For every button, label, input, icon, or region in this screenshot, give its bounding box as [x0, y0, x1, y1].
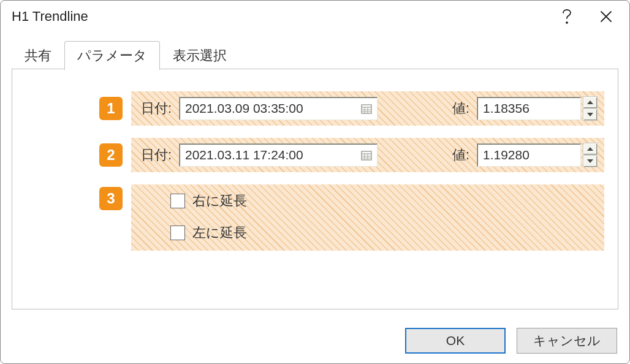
svg-point-0 — [566, 22, 568, 24]
calendar-icon[interactable] — [359, 148, 374, 162]
value-spinner — [583, 143, 597, 167]
date-field[interactable] — [179, 97, 378, 120]
tab-share[interactable]: 共有 — [12, 41, 64, 70]
svg-rect-1 — [362, 105, 371, 113]
extension-options: 右に延長 左に延長 — [131, 184, 604, 251]
extend-right-checkbox[interactable]: 右に延長 — [170, 192, 597, 210]
row-number-badge: 1 — [99, 97, 123, 120]
value-field[interactable] — [477, 143, 581, 167]
param-row-1: 1 日付: — [26, 91, 604, 126]
date-input-2[interactable] — [179, 143, 378, 167]
param-row-content: 日付: — [131, 138, 604, 172]
row-number-badge: 2 — [99, 143, 123, 167]
dialog-window: H1 Trendline 共有 パラメータ 表示選択 1 日付: — [0, 0, 630, 364]
row-number-badge: 3 — [99, 187, 123, 210]
date-label: 日付: — [135, 99, 172, 118]
value-field[interactable] — [477, 97, 581, 120]
spin-down-icon[interactable] — [583, 109, 597, 120]
date-label: 日付: — [135, 146, 172, 164]
param-row-content: 日付: — [131, 91, 604, 126]
value-spinner — [583, 97, 597, 120]
value-text[interactable] — [477, 143, 581, 167]
value-text[interactable] — [477, 97, 581, 120]
svg-marker-8 — [587, 113, 593, 116]
svg-rect-9 — [362, 151, 371, 160]
dialog-footer: OK キャンセル — [1, 319, 629, 363]
window-title: H1 Trendline — [12, 9, 547, 25]
value-label: 値: — [447, 146, 469, 164]
titlebar: H1 Trendline — [1, 1, 629, 32]
tabstrip: 共有 パラメータ 表示選択 — [12, 41, 618, 69]
spin-down-icon[interactable] — [583, 156, 597, 167]
tab-display-select[interactable]: 表示選択 — [160, 41, 240, 70]
value-input-1 — [477, 97, 597, 120]
svg-marker-16 — [587, 159, 593, 163]
extend-left-label: 左に延長 — [192, 224, 247, 242]
checkbox-icon — [170, 194, 185, 208]
help-button[interactable] — [547, 1, 586, 32]
cancel-button[interactable]: キャンセル — [517, 328, 617, 354]
svg-marker-7 — [587, 100, 593, 104]
param-row-2: 2 日付: — [26, 138, 604, 172]
close-button[interactable] — [586, 1, 626, 32]
ok-button[interactable]: OK — [405, 328, 506, 354]
svg-marker-15 — [587, 147, 593, 151]
date-input-1[interactable] — [179, 97, 378, 120]
tabpanel-parameters: 1 日付: — [12, 69, 618, 309]
extend-right-label: 右に延長 — [192, 192, 247, 210]
calendar-icon[interactable] — [359, 101, 374, 116]
checkbox-icon — [170, 226, 185, 240]
date-field[interactable] — [179, 143, 378, 167]
dialog-body: 共有 パラメータ 表示選択 1 日付: — [1, 32, 629, 319]
value-label: 値: — [447, 99, 469, 118]
spin-up-icon[interactable] — [583, 97, 597, 108]
tab-parameters[interactable]: パラメータ — [64, 41, 160, 70]
extend-left-checkbox[interactable]: 左に延長 — [170, 224, 597, 242]
value-input-2 — [477, 143, 597, 167]
param-row-3: 3 右に延長 左に延長 — [26, 184, 604, 251]
spin-up-icon[interactable] — [583, 143, 597, 154]
